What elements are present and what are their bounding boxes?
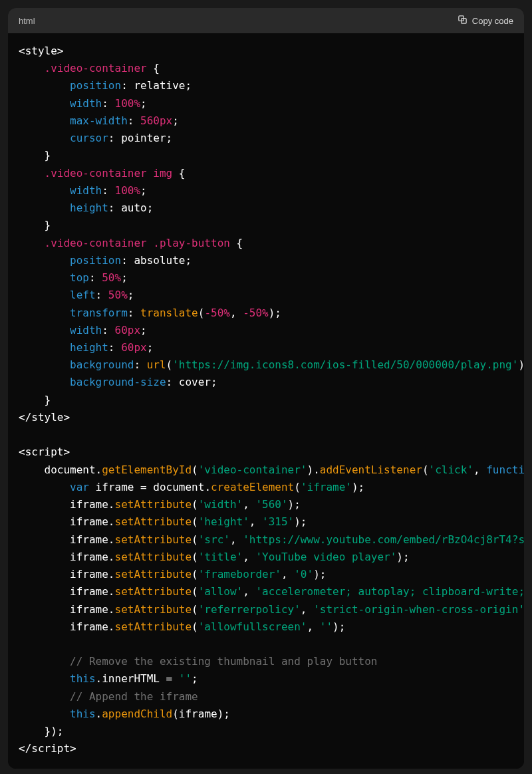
- code-token: 'allow': [198, 585, 243, 598]
- code-token: '560': [255, 498, 287, 511]
- copy-icon: [458, 15, 467, 27]
- copy-code-button[interactable]: Copy code: [458, 15, 513, 27]
- code-token: <style>: [19, 45, 63, 57]
- code-token: max-width: [70, 114, 128, 127]
- code-token: }: [45, 394, 51, 406]
- code-token: '315': [262, 515, 294, 528]
- code-token: =: [160, 672, 179, 685]
- code-token: cursor: [70, 132, 108, 144]
- code-token: relative: [134, 79, 185, 92]
- code-token: 60px: [121, 341, 147, 354]
- code-token: .video-container: [45, 62, 147, 74]
- code-token: 'YouTube video player': [255, 551, 396, 563]
- code-token: setAttribute: [115, 620, 192, 633]
- code-token: cover: [179, 376, 211, 388]
- code-token: createElement: [211, 481, 294, 493]
- code-token: }: [45, 219, 51, 231]
- code-token: 'referrerpolicy': [198, 603, 301, 616]
- code-token: iframe: [70, 498, 108, 511]
- code-token: '': [320, 620, 332, 633]
- code-token: setAttribute: [115, 603, 192, 616]
- code-token: -50%: [243, 307, 269, 319]
- code-token: 50%: [108, 289, 128, 301]
- code-block: html Copy code <style> .video-container …: [8, 8, 524, 769]
- code-token: 100%: [115, 184, 141, 197]
- code-token: transform: [70, 307, 128, 319]
- code-token: 'src': [198, 533, 230, 546]
- code-token: left: [70, 289, 96, 301]
- code-token: addEventListener: [320, 463, 422, 476]
- code-token: setAttribute: [115, 533, 192, 546]
- code-token: function: [486, 463, 524, 476]
- code-token: '0': [294, 568, 313, 580]
- code-token: img: [153, 167, 172, 180]
- code-token: width: [70, 184, 102, 197]
- code-token: background-size: [70, 376, 166, 388]
- code-token: iframe: [179, 708, 217, 720]
- code-token: this: [70, 708, 96, 720]
- code-token: var: [70, 481, 89, 493]
- code-token: {: [237, 237, 243, 249]
- code-token: iframe: [96, 481, 134, 493]
- language-label: html: [19, 16, 35, 26]
- code-comment: // Remove the existing thumbnail and pla…: [70, 655, 377, 668]
- code-token: 'frameborder': [198, 568, 281, 580]
- code-token: 50%: [102, 271, 121, 284]
- code-token: 'title': [198, 551, 243, 563]
- code-token: }: [45, 149, 51, 162]
- code-token: 'https://img.icons8.com/ios-filled/50/00…: [172, 358, 518, 371]
- code-token: iframe: [70, 515, 108, 528]
- code-token: height: [70, 341, 108, 354]
- code-token: {: [153, 62, 160, 74]
- code-token: pointer: [121, 132, 166, 144]
- code-content[interactable]: <style> .video-container { position: rel…: [8, 33, 524, 769]
- code-comment: // Append the iframe: [70, 690, 198, 703]
- code-token: width: [70, 324, 102, 336]
- code-token: iframe: [70, 603, 108, 616]
- code-token: 'https://www.youtube.com/embed/rBzO4cj8r…: [243, 533, 524, 546]
- code-token: position: [70, 79, 121, 92]
- code-token: .play-button: [153, 237, 230, 249]
- code-token: url: [147, 358, 166, 371]
- code-token: appendChild: [102, 708, 172, 720]
- code-token: top: [70, 271, 89, 284]
- code-token: <script>: [19, 446, 70, 458]
- code-token: width: [70, 97, 102, 110]
- code-token: 'strict-origin-when-cross-origin': [313, 603, 524, 616]
- code-token: 'video-container': [198, 463, 307, 476]
- code-token: absolute: [134, 254, 185, 267]
- code-token: height: [70, 201, 108, 214]
- code-token: 'width': [198, 498, 243, 511]
- code-token: 'height': [198, 515, 249, 528]
- code-block-header: html Copy code: [8, 8, 524, 33]
- code-token: 'click': [429, 463, 473, 476]
- code-token: iframe: [70, 551, 108, 563]
- code-token: 560px: [140, 114, 172, 127]
- code-token: setAttribute: [115, 498, 192, 511]
- code-token: auto: [121, 201, 147, 214]
- code-token: document: [45, 463, 96, 476]
- code-token: {: [179, 167, 186, 180]
- code-token: setAttribute: [115, 515, 192, 528]
- code-token: this: [70, 672, 96, 685]
- code-token: </style>: [19, 411, 70, 424]
- code-token: iframe: [70, 620, 108, 633]
- code-token: 60px: [115, 324, 141, 336]
- code-token: 'iframe': [301, 481, 352, 493]
- code-token: .video-container: [45, 167, 147, 180]
- code-token: 'allowfullscreen': [198, 620, 307, 633]
- code-token: 'accelerometer; autoplay; clipboard-writ…: [255, 585, 524, 598]
- code-token: 100%: [115, 97, 141, 110]
- code-token: iframe: [70, 568, 108, 580]
- code-token: innerHTML: [102, 672, 160, 685]
- code-token: '': [179, 672, 192, 685]
- code-token: iframe: [70, 533, 108, 546]
- code-token: document: [153, 481, 204, 493]
- copy-code-label: Copy code: [472, 16, 513, 26]
- code-token: setAttribute: [115, 585, 192, 598]
- code-token: .video-container: [45, 237, 147, 249]
- code-token: setAttribute: [115, 568, 192, 580]
- code-token: -50%: [204, 307, 230, 319]
- code-token: translate: [140, 307, 198, 319]
- code-token: getElementById: [102, 463, 192, 476]
